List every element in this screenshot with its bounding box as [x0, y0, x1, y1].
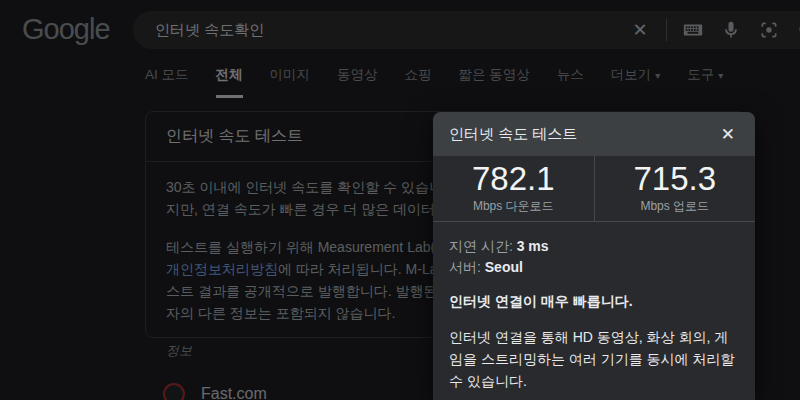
modal-header: 인터넷 속도 테스트 ✕ — [433, 112, 755, 156]
download-stat: 782.1 Mbps 다운로드 — [433, 156, 594, 221]
latency-detail: 지연 시간: 3 ms — [449, 236, 739, 257]
speed-test-modal: 인터넷 속도 테스트 ✕ 782.1 Mbps 다운로드 715.3 Mbps … — [433, 112, 755, 400]
download-value: 782.1 — [472, 162, 555, 196]
speed-stats: 782.1 Mbps 다운로드 715.3 Mbps 업로드 — [433, 156, 755, 222]
speed-description: 인터넷 연결을 통해 HD 동영상, 화상 회의, 게임을 스트리밍하는 여러 … — [449, 326, 739, 392]
upload-value: 715.3 — [633, 162, 716, 196]
modal-actions: 자세히 알아보기 다시 테스트 — [433, 392, 755, 400]
modal-title: 인터넷 속도 테스트 — [449, 125, 717, 144]
upload-stat: 715.3 Mbps 업로드 — [594, 156, 756, 221]
screen: Google 인터넷 속도확인 ✕ — [0, 0, 800, 400]
server-detail: 서버: Seoul — [449, 257, 739, 278]
download-label: Mbps 다운로드 — [473, 198, 554, 215]
speed-verdict: 인터넷 연결이 매우 빠릅니다. — [449, 293, 739, 311]
upload-label: Mbps 업로드 — [640, 198, 709, 215]
close-icon[interactable]: ✕ — [717, 124, 739, 145]
